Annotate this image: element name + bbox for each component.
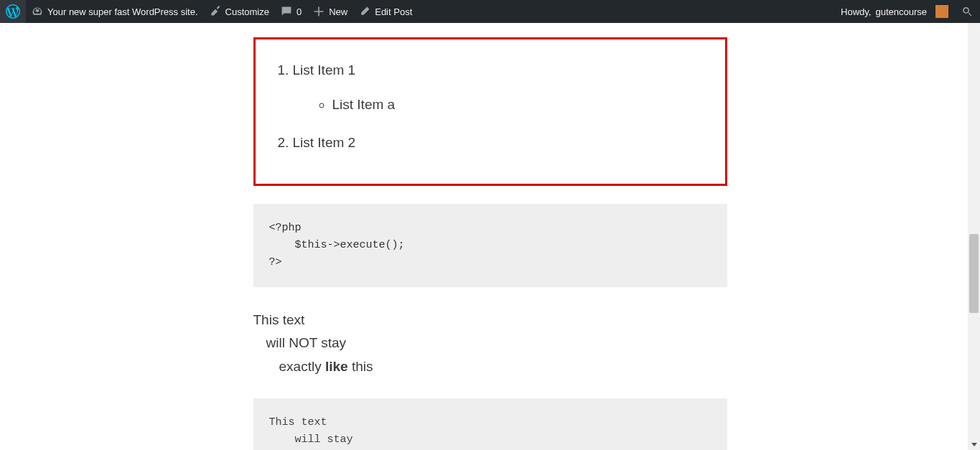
- comments-link[interactable]: 0: [275, 0, 307, 23]
- vertical-scrollbar[interactable]: [968, 0, 980, 450]
- admin-search-toggle[interactable]: [954, 0, 980, 23]
- paintbrush-icon: [210, 6, 221, 17]
- new-label: New: [329, 6, 347, 17]
- edit-post-link[interactable]: Edit Post: [353, 0, 418, 23]
- scroll-down-arrow[interactable]: [968, 438, 980, 450]
- ordered-list: List Item 1 List Item a List Item 2: [273, 60, 708, 154]
- paragraph-line: will NOT stay: [253, 332, 727, 355]
- pencil-icon: [359, 6, 370, 17]
- wp-admin-bar: Your new super fast WordPress site. Cust…: [0, 0, 980, 23]
- scroll-thumb[interactable]: [969, 234, 979, 313]
- list-item: List Item a: [332, 94, 708, 116]
- admin-bar-right: Howdy, gutencourse: [835, 0, 980, 23]
- selected-list-block[interactable]: List Item 1 List Item a List Item 2: [253, 37, 727, 186]
- site-title-text: Your new super fast WordPress site.: [47, 6, 198, 17]
- wp-logo[interactable]: [0, 0, 26, 23]
- wordpress-icon: [6, 4, 20, 19]
- site-name-link[interactable]: Your new super fast WordPress site.: [26, 0, 204, 23]
- customize-label: Customize: [225, 6, 269, 17]
- comments-count: 0: [297, 6, 302, 17]
- nested-unordered-list: List Item a: [293, 94, 708, 116]
- paragraph-line: This text: [253, 312, 305, 327]
- admin-bar-left: Your new super fast WordPress site. Cust…: [0, 0, 418, 23]
- howdy-prefix: Howdy,: [841, 6, 871, 17]
- dashboard-icon: [32, 6, 43, 17]
- username: gutencourse: [875, 6, 927, 17]
- edit-post-label: Edit Post: [375, 6, 412, 17]
- comment-icon: [281, 6, 292, 17]
- list-item-text: List Item 1: [293, 62, 356, 78]
- post-content: List Item 1 List Item a List Item 2 <?ph…: [246, 23, 734, 450]
- my-account-link[interactable]: Howdy, gutencourse: [835, 0, 954, 23]
- search-icon: [961, 6, 973, 17]
- avatar: [935, 5, 948, 18]
- customize-link[interactable]: Customize: [204, 0, 275, 23]
- code-block: <?php $this->execute(); ?>: [253, 204, 727, 287]
- paragraph-line: exactly like this: [253, 355, 727, 378]
- plus-icon: [313, 6, 325, 17]
- list-item: List Item 1 List Item a: [293, 60, 708, 116]
- preformatted-block: This text will stay exactly like this: [253, 398, 727, 450]
- paragraph-block: This text will NOT stay exactly like thi…: [253, 309, 727, 378]
- list-item: List Item 2: [293, 132, 708, 154]
- new-content-link[interactable]: New: [307, 0, 353, 23]
